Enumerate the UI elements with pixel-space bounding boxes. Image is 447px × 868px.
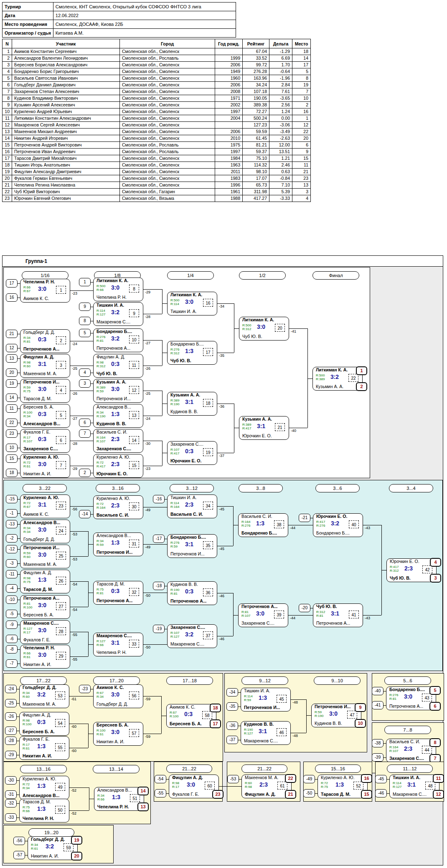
player-name-bottom: Бондаренко Б.... [241,530,277,535]
match-number: 46 [277,728,287,736]
player-rating-top: R:81 [23,602,30,606]
connector-line [91,473,93,473]
match-number: 8 [129,285,139,293]
cell-delta: 2.56 [269,102,292,108]
player-rating-top: R:312 [316,610,325,614]
connector-line [18,434,20,434]
player-rating-top: R:72 [23,461,30,464]
seed-box: -15 [6,495,18,503]
info-label: Дата [3,11,53,20]
loser-destination-label: -26 [72,391,77,396]
seed-box: 3 [79,379,91,388]
player-rating-top: R:67 [97,691,104,695]
player-rating-top: R:164 [241,520,250,524]
connector-line [18,283,20,284]
table-row: 19Фицулин Александр ДмитриевичСмоленская… [3,169,311,175]
player-name-top: Литкиман К. А. [242,317,274,322]
player-rating-top: R:72 [23,501,30,505]
player-name-top: Васильев С. И. [389,739,420,744]
col-header-delta: Дельта [269,39,292,48]
player-rating-top: R:59 [23,551,30,555]
table-row: 8Кудинов Владимир ВикторовичСмоленская о… [3,95,311,102]
cell-rating: 107.18 [243,88,269,95]
cell-city: Смоленская обл., Смоленск [120,62,215,68]
table-row: 4Бондаренко Борис ГригорьевичСмоленская … [3,68,311,75]
place-badge: 12 [433,790,444,799]
player-name-top: Куриленко А. Ю. [321,775,355,780]
match-number: 43 [422,694,432,701]
player-rating-bottom: R:107 [23,439,32,443]
player-rating-bottom: R:107 [97,439,105,443]
player-rating-top: R:127 [97,639,105,643]
cell-birthyear: 1997 [215,108,243,115]
round-pill: 7...8 [384,726,431,734]
match-score: 3:0 [180,781,201,788]
player-name-bottom: Макеенков М. А. [23,371,57,376]
connector-line [18,473,20,473]
cell-n: 19 [3,169,12,175]
player-name-bottom: Фицулин А. Д. [245,792,276,797]
round-pill: 21...22 [166,765,212,773]
player-name-top: Юрочкин Е. О. [390,559,419,564]
cell-n: 15 [3,142,12,149]
connector-line [25,855,28,855]
player-rating-top: R:59 [23,386,30,389]
seed-box: -7 [6,659,18,668]
connector-line [18,409,20,409]
player-rating-top: R:60 [245,781,252,785]
table-row: 10Куриленко Андрей ЮрьевичСмоленская обл… [3,108,311,115]
player-name-top: Фицулин А. Д. [23,712,51,717]
connector-line [233,593,234,636]
match-number: 44 [422,746,432,754]
match-score: 0:3 [32,436,53,442]
connector-line [238,707,241,707]
connector-line [307,378,312,379]
loser-destination-label: -53 [72,532,77,536]
connector-line [91,514,93,515]
round-pill: 5...6 [384,676,431,685]
connector-line [18,574,20,575]
cell-rating: 67.04 [243,48,269,55]
connector-line [165,586,167,586]
cell-birthyear: 2006 [215,82,243,88]
connector-line [143,366,162,366]
seed-box: -31 [5,790,17,799]
player-name-top: Макаренков С.... [23,621,59,626]
seed-box: -24 [5,685,17,693]
player-name-top: Литкиман К. А. [316,367,348,372]
player-name-bottom: Александров В... [23,421,60,426]
player-rating-top: R:114 [170,501,179,505]
connector-line [18,588,20,589]
match-score: 3:1 [179,541,200,548]
connector-line [17,703,19,704]
player-rating-bottom: R:312 [170,351,179,355]
player-rating-top: R:34 [23,526,30,530]
player-name-bottom: Петроченков И... [170,551,205,556]
cell-city: Смоленская обл., Смоленск [120,155,215,162]
connector-line [233,506,234,546]
cell-n: 11 [3,115,12,122]
info-label: Место проведения [3,20,53,29]
player-name-bottom: Чепелина Р. Н. [97,650,127,655]
match-number: 4 [56,386,66,394]
connector-line [70,656,88,657]
player-rating-bottom: R:67 [23,505,30,509]
round-pill: Финал [312,271,359,280]
player-name-bottom: Юрочкин Е. О. [170,458,201,463]
player-name-bottom: Кузьмин А. А. [316,384,343,389]
player-rating-bottom: R:60 [23,364,30,368]
player-name-bottom: Гольдберг Д. Д. [97,701,128,707]
player-name-bottom: Тарасов Д. М. [23,587,53,592]
match-score: 2:3 [398,565,419,572]
player-name-top: Куриленко А. Ю. [23,454,59,459]
connector-line [91,321,93,321]
connector-line [217,636,233,636]
cell-n: 22 [3,189,12,195]
match-score: 3:1 [105,639,126,646]
match-number: 11 [129,361,139,369]
cell-delta: 2.46 [269,162,292,169]
seed-box: -53 [227,775,239,783]
connector-line [143,314,162,314]
player-name-top: Куриленко А. Ю. [97,454,130,459]
cell-place: 14 [292,55,311,62]
